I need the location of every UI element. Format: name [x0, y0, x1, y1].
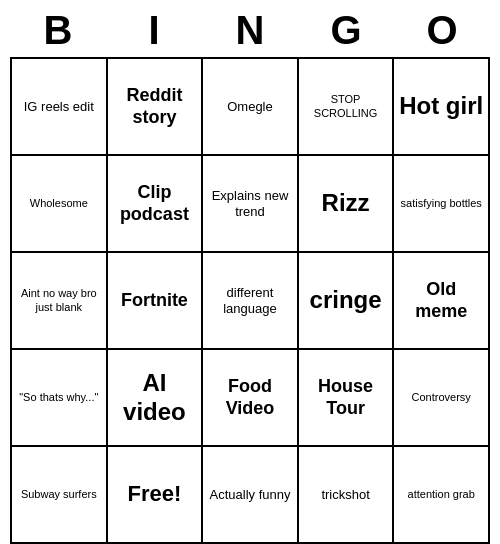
bingo-cell-0[interactable]: IG reels edit [12, 59, 108, 156]
bingo-cell-23[interactable]: trickshot [299, 447, 395, 544]
bingo-cell-22[interactable]: Actually funny [203, 447, 299, 544]
bingo-cell-18[interactable]: House Tour [299, 350, 395, 447]
bingo-cell-14[interactable]: Old meme [394, 253, 490, 350]
bingo-cell-9[interactable]: satisfying bottles [394, 156, 490, 253]
bingo-cell-12[interactable]: different language [203, 253, 299, 350]
bingo-cell-17[interactable]: Food Video [203, 350, 299, 447]
bingo-cell-4[interactable]: Hot girl [394, 59, 490, 156]
title-i: I [114, 8, 194, 53]
bingo-cell-16[interactable]: AI video [108, 350, 204, 447]
bingo-cell-10[interactable]: Aint no way bro just blank [12, 253, 108, 350]
bingo-cell-3[interactable]: STOP SCROLLING [299, 59, 395, 156]
bingo-cell-1[interactable]: Reddit story [108, 59, 204, 156]
bingo-cell-7[interactable]: Explains new trend [203, 156, 299, 253]
title-b: B [18, 8, 98, 53]
bingo-cell-13[interactable]: cringe [299, 253, 395, 350]
bingo-cell-11[interactable]: Fortnite [108, 253, 204, 350]
bingo-cell-6[interactable]: Clip podcast [108, 156, 204, 253]
bingo-cell-24[interactable]: attention grab [394, 447, 490, 544]
bingo-cell-21[interactable]: Free! [108, 447, 204, 544]
bingo-cell-15[interactable]: "So thats why..." [12, 350, 108, 447]
title-o: O [402, 8, 482, 53]
bingo-cell-2[interactable]: Omegle [203, 59, 299, 156]
bingo-cell-8[interactable]: Rizz [299, 156, 395, 253]
bingo-cell-5[interactable]: Wholesome [12, 156, 108, 253]
bingo-title: B I N G O [10, 0, 490, 57]
title-n: N [210, 8, 290, 53]
title-g: G [306, 8, 386, 53]
bingo-cell-20[interactable]: Subway surfers [12, 447, 108, 544]
bingo-grid: IG reels editReddit storyOmegleSTOP SCRO… [10, 57, 490, 544]
bingo-cell-19[interactable]: Controversy [394, 350, 490, 447]
